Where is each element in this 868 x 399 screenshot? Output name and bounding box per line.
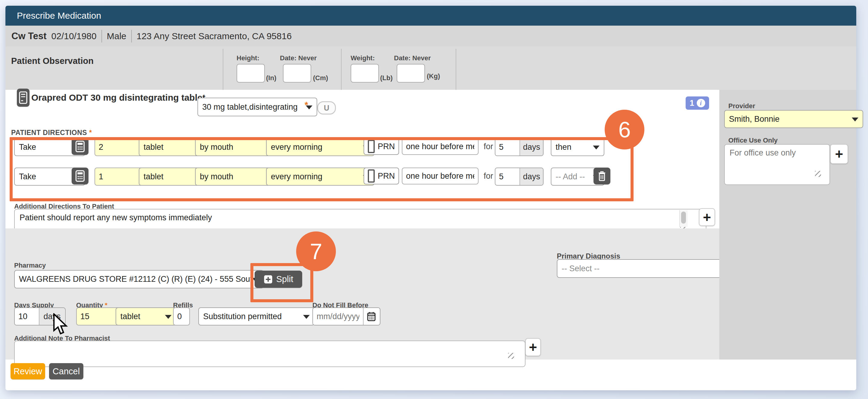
divider — [131, 30, 132, 42]
duration-group-row1: days — [495, 138, 544, 156]
timing-input-row2[interactable] — [402, 168, 478, 184]
substitution-select[interactable]: Substitution permitted — [198, 307, 314, 325]
quantity-unit-select[interactable]: tablet — [116, 307, 176, 325]
dose-qty-input-row2[interactable] — [94, 168, 143, 186]
page-title: Prescribe Medication — [17, 10, 101, 21]
add-office-use-button[interactable]: + — [830, 144, 848, 164]
checkbox-icon[interactable] — [368, 140, 375, 153]
then-select-row1[interactable]: then — [551, 138, 604, 156]
review-button[interactable]: Review — [10, 363, 45, 379]
info-icon: i — [697, 99, 705, 107]
do-not-fill-input[interactable] — [313, 308, 363, 325]
timing-input-row1[interactable] — [402, 138, 478, 155]
checkbox-icon[interactable] — [368, 169, 375, 182]
route-select-row1[interactable]: by mouth — [195, 138, 278, 156]
resize-handle-icon[interactable] — [815, 171, 821, 177]
divider — [341, 49, 342, 90]
weight-label: Weight: — [351, 54, 375, 62]
provider-label: Provider — [728, 102, 755, 110]
split-button[interactable]: Split — [255, 270, 302, 288]
weight-date-label: Date: Never — [394, 54, 431, 62]
calendar-icon — [367, 312, 376, 321]
patient-sex: Male — [107, 31, 126, 41]
unit-cm-label: (Cm) — [313, 74, 328, 82]
patient-directions-heading: PATIENT DIRECTIONS * — [11, 129, 92, 137]
unit-lb-label: (Lb) — [380, 74, 393, 82]
refills-input[interactable] — [173, 307, 190, 325]
divider — [223, 49, 223, 90]
dose-qty-input-row1[interactable] — [94, 138, 143, 156]
chevron-down-icon — [852, 117, 858, 121]
height-date-label: Date: Never — [280, 54, 317, 62]
office-use-label: Office Use Only — [728, 137, 778, 144]
duration-input-row2[interactable] — [495, 168, 520, 185]
do-not-fill-group — [312, 307, 380, 325]
delete-direction-button[interactable] — [593, 168, 610, 184]
provider-panel — [719, 90, 856, 360]
duration-unit-label: days — [520, 139, 543, 155]
annotation-step-6: 6 — [604, 110, 644, 149]
frequency-select-row1[interactable]: every morning — [266, 138, 374, 156]
prn-checkbox-row1[interactable]: PRN — [364, 138, 399, 155]
weight-lb-input[interactable] — [351, 64, 379, 83]
office-use-textarea[interactable] — [724, 144, 830, 185]
required-mark: * — [89, 129, 92, 137]
patient-info-bar: Cw Test 02/10/1980 Male 123 Any Street S… — [5, 26, 856, 47]
section-title: Patient Observation — [11, 56, 94, 66]
frequency-select-row2[interactable]: every morning — [266, 168, 374, 186]
patient-observation-section: Patient Observation Height: Date: Never … — [5, 47, 856, 90]
window-title-bar: Prescribe Medication — [5, 6, 856, 26]
weight-kg-input[interactable] — [397, 64, 425, 83]
resize-handle-icon[interactable] — [508, 353, 514, 359]
scrollbar[interactable] — [679, 210, 688, 227]
dose-calculator-button-row2[interactable] — [72, 168, 89, 184]
medication-name: Orapred ODT 30 mg disintegrating tablet — [31, 92, 205, 103]
note-to-pharmacist-textarea[interactable] — [14, 341, 526, 367]
quantity-input[interactable] — [76, 307, 121, 325]
prescribe-medication-window: Prescribe Medication Cw Test 02/10/1980 … — [5, 6, 856, 390]
height-cm-input[interactable] — [283, 64, 311, 83]
cancel-button[interactable]: Cancel — [49, 363, 83, 379]
calculator-icon — [75, 141, 85, 152]
split-plus-icon — [264, 275, 273, 284]
trash-icon — [598, 171, 606, 181]
badge-count: 1 — [689, 98, 694, 108]
days-supply-input[interactable] — [15, 308, 39, 325]
for-label: for — [484, 142, 493, 151]
pharmacy-section — [5, 228, 719, 360]
patient-address: 123 Any Street Sacramento, CA 95816 — [137, 31, 292, 41]
unit-in-label: (In) — [266, 74, 276, 82]
divider — [101, 30, 102, 42]
pharmacy-label: Pharmacy — [14, 262, 46, 269]
divider — [456, 49, 456, 90]
required-mark: * — [305, 100, 308, 110]
pharmacy-select[interactable]: WALGREENS DRUG STORE #12112 (C) (R) (E) … — [14, 270, 264, 288]
page: Prescribe Medication Cw Test 02/10/1980 … — [0, 0, 868, 399]
duration-unit-label: days — [520, 168, 543, 185]
chevron-down-icon — [303, 315, 310, 319]
add-directions-button[interactable]: + — [699, 208, 715, 226]
height-label: Height: — [237, 54, 259, 62]
calendar-button[interactable] — [363, 308, 379, 325]
duration-input-row1[interactable] — [495, 139, 520, 155]
provider-select[interactable]: Smith, Bonnie — [724, 110, 863, 128]
medication-form-select[interactable]: 30 mg tablet,disintegrating — [197, 97, 317, 116]
route-select-row2[interactable]: by mouth — [195, 168, 278, 186]
for-label: for — [484, 171, 493, 181]
patient-name: Cw Test — [11, 31, 46, 41]
add-note-button[interactable]: + — [525, 338, 541, 356]
primary-diagnosis-select[interactable]: -- Select -- — [557, 259, 731, 278]
duration-group-row2: days — [495, 168, 544, 186]
calculator-icon — [75, 170, 85, 182]
scrollbar-thumb[interactable] — [681, 211, 686, 224]
mouse-cursor — [53, 313, 69, 336]
patient-dob: 02/10/1980 — [52, 31, 97, 41]
info-badge[interactable]: 1 i — [686, 96, 709, 110]
chevron-down-icon — [593, 146, 599, 149]
height-in-input[interactable] — [237, 64, 265, 83]
dose-calculator-button-row1[interactable] — [72, 138, 89, 155]
medication-icon — [17, 89, 30, 107]
prn-checkbox-row2[interactable]: PRN — [364, 168, 399, 184]
u-button[interactable]: U — [317, 101, 336, 115]
chevron-down-icon — [165, 315, 172, 319]
